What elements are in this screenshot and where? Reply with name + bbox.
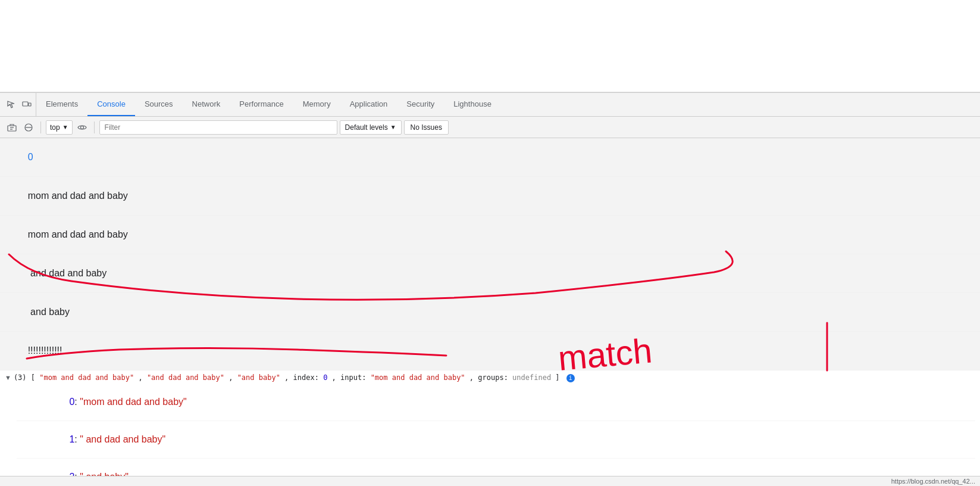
console-toolbar: top ▼ Default levels ▼ No Issues [0, 117, 980, 138]
info-icon[interactable]: i [566, 374, 575, 382]
tab-elements[interactable]: Elements [36, 93, 87, 116]
array-expanded: 0: "mom and dad and baby" 1: " and dad a… [5, 384, 975, 486]
tab-sources[interactable]: Sources [135, 93, 183, 116]
clear-console-icon[interactable] [5, 120, 19, 135]
status-bar: https://blog.csdn.net/qq_42... [0, 476, 980, 486]
devtools-panel: Elements Console Sources Network Perform… [0, 92, 980, 486]
eye-icon[interactable] [75, 120, 89, 135]
no-entry-icon[interactable] [21, 120, 36, 135]
console-line-number: 0 [0, 138, 980, 177]
context-dropdown[interactable]: top ▼ [46, 120, 73, 135]
prop-1: 1: " and dad and baby" [17, 421, 975, 459]
inspect-icon[interactable] [6, 99, 17, 110]
device-toggle-icon[interactable] [21, 99, 32, 110]
console-line-text-5: !!!!!!!!!!!!! [0, 332, 980, 370]
toolbar-divider-2 [94, 122, 95, 133]
console-line-text-1: mom and dad and baby [0, 177, 980, 216]
levels-arrow-icon: ▼ [390, 124, 396, 130]
tab-security[interactable]: Security [397, 93, 444, 116]
toolbar-divider-1 [40, 122, 41, 133]
tab-memory[interactable]: Memory [293, 93, 340, 116]
prop-0: 0: "mom and dad and baby" [17, 384, 975, 421]
browser-top [0, 0, 980, 92]
no-issues-button[interactable]: No Issues [404, 120, 449, 135]
dropdown-arrow-icon: ▼ [62, 124, 68, 130]
svg-rect-0 [23, 102, 28, 106]
collapse-arrow-icon[interactable]: ▼ [5, 372, 11, 384]
tab-network[interactable]: Network [183, 93, 230, 116]
console-line-text-2: mom and dad and baby [0, 216, 980, 254]
svg-rect-2 [8, 126, 16, 131]
console-array-object: ▼ (3) [ "mom and dad and baby" , "and da… [0, 370, 980, 486]
console-output: 0 mom and dad and baby mom and dad and b… [0, 138, 980, 486]
array-header[interactable]: ▼ (3) [ "mom and dad and baby" , "and da… [5, 372, 975, 384]
filter-input[interactable] [99, 120, 337, 135]
console-line-text-3: and dad and baby [0, 254, 980, 293]
console-line-text-4: and baby [0, 293, 980, 332]
tab-application[interactable]: Application [340, 93, 397, 116]
devtools-tab-bar: Elements Console Sources Network Perform… [0, 93, 980, 117]
tab-console[interactable]: Console [87, 93, 135, 116]
levels-dropdown[interactable]: Default levels ▼ [340, 120, 402, 135]
tab-performance[interactable]: Performance [230, 93, 293, 116]
tab-lighthouse[interactable]: Lighthouse [444, 93, 501, 116]
svg-rect-1 [29, 103, 31, 106]
devtools-icons [2, 93, 36, 116]
svg-point-7 [80, 126, 83, 129]
